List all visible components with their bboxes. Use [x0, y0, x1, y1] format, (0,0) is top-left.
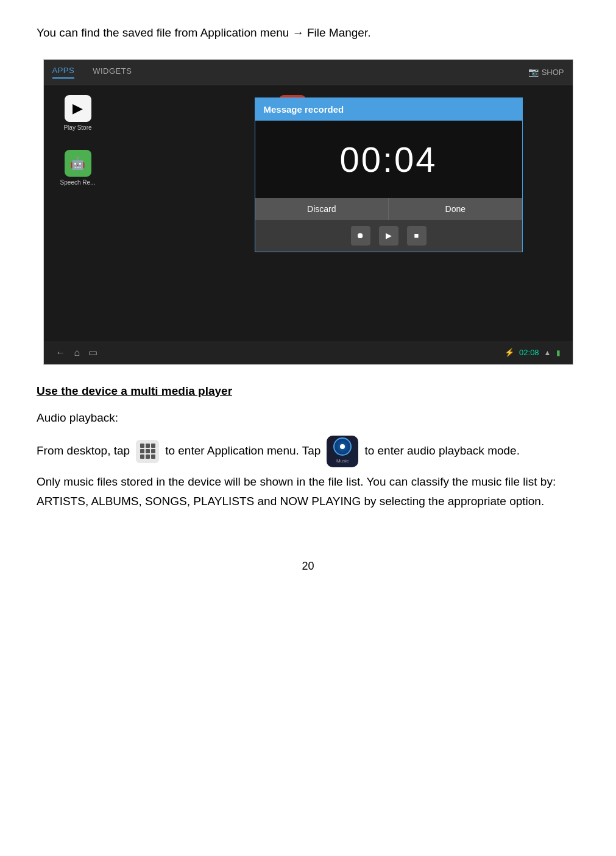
section-heading: Use the device a multi media player	[37, 384, 579, 398]
body-paragraph-music-files: Only music files stored in the device wi…	[37, 472, 579, 512]
speechrec-icon-img: 🤖	[65, 150, 91, 177]
grid-dots-visual	[140, 444, 155, 459]
tab-shop-area: 📷 SHOP	[528, 67, 564, 77]
dialog-buttons-row: Discard Done	[255, 198, 522, 220]
intro-text-after: File Manger.	[304, 26, 371, 39]
playstore-label: Play Store	[63, 124, 91, 131]
audio-playback-paragraph: From desktop, tap to enter Application m…	[37, 436, 579, 467]
music-disc-visual	[333, 437, 352, 456]
subsection-heading: Audio playback:	[37, 411, 579, 425]
arrow-symbol: →	[292, 26, 304, 39]
grid-menu-icon	[136, 440, 159, 463]
battery-icon: ▮	[556, 348, 561, 357]
apps-and-dialog-area: ▶ Play Store 🎤 Sound Reco... 🤖 Speech Re…	[44, 85, 573, 341]
status-time-display: 02:08	[519, 348, 539, 357]
dialog-timer-area: 00:04	[255, 121, 522, 198]
home-nav-icon: ⌂	[74, 347, 80, 358]
recents-nav-icon: ▭	[88, 347, 97, 358]
usb-icon: ⚡	[504, 348, 514, 357]
app-icon-playstore: ▶ Play Store	[56, 95, 100, 131]
dialog-controls-row: ⏺ ▶ ■	[255, 220, 522, 252]
done-button[interactable]: Done	[389, 198, 522, 220]
intro-paragraph: You can find the saved file from Applica…	[37, 24, 579, 42]
intro-text-before: You can find the saved file from Applica…	[37, 26, 292, 39]
speechrec-label: Speech Re...	[60, 179, 96, 186]
dialog-timer-display: 00:04	[339, 139, 437, 180]
status-bar-right: ⚡ 02:08 ▲ ▮	[504, 348, 560, 357]
playstore-icon-img: ▶	[65, 95, 91, 122]
dialog-overlay: Message recorded 00:04 Discard Done	[255, 97, 523, 252]
tab-apps: APPS	[52, 66, 75, 79]
tab-shop-label: SHOP	[542, 68, 564, 77]
device-screenshot: APPS WIDGETS 📷 SHOP ▶ Play Store 🎤 Sound…	[43, 59, 573, 365]
tab-widgets: WIDGETS	[93, 66, 132, 78]
app-icon-speechrec: 🤖 Speech Re...	[56, 150, 100, 186]
page-number: 20	[37, 560, 579, 573]
paragraph1-after: to enter audio playback mode.	[364, 441, 520, 461]
paragraph1-mid: to enter Application menu. Tap	[165, 441, 320, 461]
record-button[interactable]: ⏺	[351, 226, 370, 246]
stop-button[interactable]: ■	[407, 226, 427, 246]
play-button[interactable]: ▶	[379, 226, 398, 246]
camera-small-icon: 📷	[528, 67, 539, 77]
nav-icons-left: ← ⌂ ▭	[56, 347, 98, 358]
dialog-title-bar: Message recorded	[255, 98, 522, 121]
music-icon-label: Music	[336, 457, 349, 465]
android-tab-bar: APPS WIDGETS 📷 SHOP	[44, 60, 573, 85]
music-app-icon: Music	[327, 436, 358, 467]
dialog-title-text: Message recorded	[264, 104, 344, 115]
discard-button[interactable]: Discard	[255, 198, 389, 220]
android-bottom-nav: ← ⌂ ▭ ⚡ 02:08 ▲ ▮	[44, 341, 573, 364]
dialog-box: Message recorded 00:04 Discard Done	[255, 97, 523, 252]
wifi-icon: ▲	[544, 348, 551, 357]
back-nav-icon: ←	[56, 347, 66, 358]
paragraph1-before: From desktop, tap	[37, 441, 130, 461]
